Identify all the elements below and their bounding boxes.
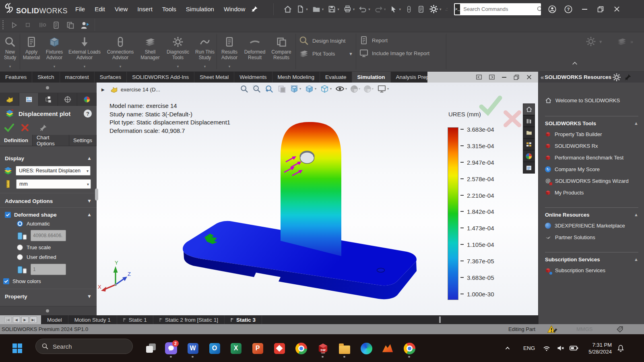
powerpoint-app-icon[interactable]: P — [251, 341, 264, 355]
display-section-header[interactable]: Display▲ — [0, 153, 97, 163]
tab-surfaces[interactable]: Surfaces — [95, 72, 127, 83]
display-style-icon[interactable]: ▾ — [320, 84, 332, 93]
close-button[interactable] — [609, 3, 625, 16]
doc-minimize-icon[interactable] — [502, 77, 506, 78]
wifi-icon[interactable] — [543, 334, 551, 362]
solidworks-app-icon[interactable]: SW2024 — [316, 341, 330, 355]
edge-app-icon[interactable] — [359, 341, 373, 355]
plot-tools-button[interactable]: Plot Tools▾ — [299, 48, 355, 59]
doc-close-icon[interactable] — [526, 74, 532, 80]
custom-properties-tab-icon[interactable] — [523, 139, 535, 150]
tab-sheet-metal[interactable]: Sheet Metal — [194, 72, 234, 83]
results-advisor-button[interactable]: Results Advisor▾ — [218, 35, 241, 69]
feature-manager-tab[interactable] — [0, 93, 19, 106]
toolbar-drag-handle[interactable] — [2, 20, 4, 30]
zoom-to-fit-icon[interactable] — [240, 85, 249, 93]
tab-static-3[interactable]: Static 3 — [225, 315, 262, 324]
model-column[interactable] — [281, 122, 341, 256]
configuration-manager-tab[interactable] — [39, 93, 58, 106]
apply-material-button[interactable]: Apply Material — [21, 35, 42, 69]
tab-evaluate[interactable]: Evaluate — [320, 72, 352, 83]
external-loads-advisor-button[interactable]: External Loads Advisor▾ — [67, 35, 102, 69]
tab-settings[interactable]: Settings — [69, 135, 97, 146]
tab-sketch[interactable]: Sketch — [32, 72, 60, 83]
next-tab-icon[interactable]: ▶ — [21, 316, 29, 323]
tab-definition[interactable]: Definition — [0, 135, 33, 146]
component-select[interactable]: URES: Resultant Displacen▾ — [16, 166, 91, 176]
selection-filter-button[interactable] — [403, 4, 415, 14]
taskbar-search[interactable] — [35, 339, 133, 354]
menu-view[interactable]: View — [110, 3, 132, 15]
tree-expand-icon[interactable]: ▶ — [101, 87, 105, 92]
redo-button[interactable]: ▾ — [373, 4, 388, 14]
home-button[interactable] — [282, 4, 294, 15]
property-tab-builder-item[interactable]: Property Tab Builder — [545, 128, 644, 140]
tab-weldments[interactable]: Weldments — [234, 72, 272, 83]
new-document-button[interactable]: ▾ — [295, 4, 310, 14]
document-name-label[interactable]: exercise 14 (D... — [121, 87, 160, 93]
previous-view-icon[interactable] — [265, 85, 274, 93]
view-settings-icon[interactable]: ▾ — [377, 84, 389, 93]
tools-section-header[interactable]: SOLIDWORKS Tools▲ — [545, 118, 638, 128]
user-defined-radio[interactable] — [17, 254, 23, 260]
viber-app-icon[interactable]: 2 — [164, 341, 178, 355]
pin-menu-icon[interactable] — [251, 6, 258, 12]
save-button[interactable]: ▾ — [326, 4, 341, 14]
menu-tools[interactable]: Tools — [158, 3, 181, 15]
menu-edit[interactable]: Edit — [90, 3, 109, 15]
file-explorer-tab-icon[interactable] — [523, 127, 535, 139]
performance-benchmark-item[interactable]: Performance Benchmark Test — [545, 152, 644, 163]
rebuild-warning-icon[interactable] — [547, 325, 558, 335]
dock-left-icon[interactable] — [476, 74, 482, 80]
run-macro-icon[interactable] — [10, 21, 18, 29]
command-search[interactable]: >_ ▾ — [454, 3, 541, 15]
connections-advisor-button[interactable]: Connections Advisor▾ — [103, 35, 138, 69]
appearances-tab-icon[interactable] — [523, 150, 535, 162]
notifications-bell-icon[interactable] — [617, 334, 625, 362]
fixtures-advisor-button[interactable]: Fixtures Advisor▾ — [43, 35, 66, 69]
report-button[interactable]: Report — [359, 35, 448, 45]
tab-simulation[interactable]: Simulation — [352, 72, 391, 83]
compare-results-button[interactable]: Compare Results — [268, 35, 294, 69]
new-macro-icon[interactable] — [52, 21, 60, 29]
dimxpert-manager-tab[interactable] — [58, 93, 77, 106]
shell-manager-button[interactable]: Shell Manager — [138, 35, 162, 69]
collapse-panel-icon[interactable]: « — [541, 74, 544, 81]
chrome-app-icon[interactable] — [294, 341, 308, 355]
start-button[interactable] — [10, 341, 24, 355]
task-scheduler-button[interactable] — [415, 4, 427, 14]
units-select[interactable]: mm▾ — [16, 179, 91, 189]
first-tab-icon[interactable]: |◀ — [4, 316, 12, 323]
select-button[interactable]: ▾ — [388, 4, 402, 14]
design-insight-button[interactable]: Design Insight — [299, 35, 355, 46]
deformed-result-button[interactable]: Deformed Result — [242, 35, 268, 69]
print-button[interactable]: ▾ — [342, 4, 357, 14]
collapse-icon[interactable]: ▲ — [634, 212, 638, 217]
matlab-app-icon[interactable] — [381, 341, 394, 355]
settings-wizard-item[interactable]: SOLIDWORKS Settings Wizard — [545, 175, 644, 187]
menu-window[interactable]: Window — [219, 3, 250, 15]
property-manager-tab[interactable] — [19, 93, 39, 106]
menu-insert[interactable]: Insert — [133, 3, 157, 15]
prev-tab-icon[interactable]: ◀ — [13, 316, 20, 323]
display-manager-tab[interactable] — [77, 93, 97, 106]
open-button[interactable]: ▾ — [310, 4, 326, 15]
my-products-item[interactable]: My Products — [545, 187, 644, 199]
cancel-x-icon[interactable] — [21, 124, 29, 132]
true-scale-radio[interactable] — [17, 244, 23, 250]
deformed-shape-header[interactable]: Deformed shape▲ — [0, 210, 97, 219]
edit-appearance-icon[interactable]: ▾ — [351, 85, 360, 93]
word-app-icon[interactable]: W — [186, 341, 200, 355]
advanced-options-header[interactable]: Advanced Options▼ — [0, 196, 97, 206]
tray-language[interactable]: ENG — [523, 334, 535, 362]
search-commands-input[interactable] — [461, 6, 537, 12]
tab-macrotest[interactable]: macrotest — [60, 72, 95, 83]
panel-top-splitter[interactable] — [0, 83, 97, 93]
panel-help-icon[interactable]: ? — [84, 110, 92, 118]
section-clip-icon[interactable]: ▾ — [290, 85, 301, 93]
restore-button[interactable] — [592, 3, 609, 16]
collapse-icon[interactable]: ▲ — [634, 257, 638, 262]
pause-record-macro-icon[interactable] — [37, 21, 46, 29]
tab-mesh-modeling[interactable]: Mesh Modeling — [272, 72, 320, 83]
section-view-icon[interactable] — [277, 85, 286, 93]
